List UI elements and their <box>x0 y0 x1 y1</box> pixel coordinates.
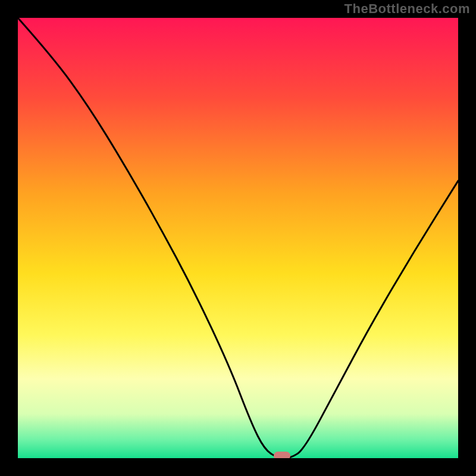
gradient-background <box>18 18 458 458</box>
watermark-text: TheBottleneck.com <box>345 1 470 17</box>
optimum-marker <box>274 452 290 458</box>
chart-plot-area <box>18 18 458 458</box>
chart-svg <box>18 18 458 458</box>
